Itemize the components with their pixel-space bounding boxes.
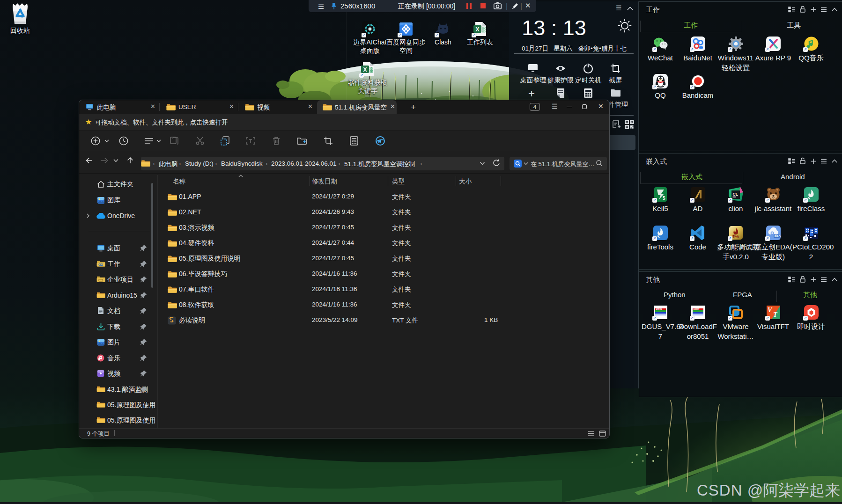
svg-text:CL: CL [732,192,738,197]
svg-text:X: X [363,66,367,73]
svg-text:T: T [773,311,778,318]
svg-text:e: e [378,138,381,145]
svg-text:X: X [475,26,479,33]
svg-text:5: 5 [663,196,665,201]
svg-text:野火: 野火 [732,234,740,239]
svg-text:DWIN: DWIN [656,308,662,310]
svg-text:PRO: PRO [774,235,780,238]
svg-text:DWIN: DWIN [694,308,700,310]
